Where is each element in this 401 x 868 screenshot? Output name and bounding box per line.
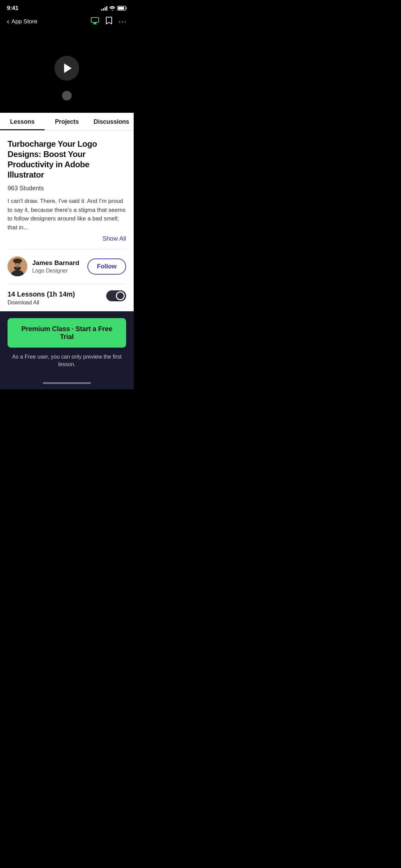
- nav-back[interactable]: ‹ App Store: [7, 18, 37, 25]
- status-icons: [101, 6, 127, 11]
- bottom-cta: Premium Class · Start a Free Trial As a …: [0, 311, 134, 379]
- follow-button[interactable]: Follow: [87, 258, 126, 275]
- tab-discussions[interactable]: Discussions: [89, 113, 134, 130]
- svg-rect-1: [126, 8, 127, 9]
- progress-indicator: [62, 91, 72, 100]
- lessons-header: 14 Lessons (1h 14m) Download All: [8, 290, 126, 306]
- tab-lessons[interactable]: Lessons: [0, 113, 45, 130]
- nav-actions: ···: [90, 16, 127, 26]
- play-button[interactable]: [54, 56, 79, 81]
- nav-bar: ‹ App Store ···: [0, 14, 134, 31]
- tab-projects[interactable]: Projects: [45, 113, 89, 130]
- download-toggle[interactable]: [106, 290, 126, 301]
- battery-icon: [117, 6, 127, 11]
- lessons-section: 14 Lessons (1h 14m) Download All: [0, 284, 134, 311]
- lessons-title: 14 Lessons (1h 14m): [8, 290, 75, 298]
- show-all-button[interactable]: Show All: [102, 235, 126, 242]
- cta-button[interactable]: Premium Class · Start a Free Trial: [8, 318, 126, 348]
- svg-point-10: [15, 263, 16, 265]
- tab-bar: Lessons Projects Discussions: [0, 113, 134, 131]
- home-indicator: [0, 379, 134, 389]
- show-all-container: Show All: [8, 235, 126, 242]
- play-triangle-icon: [64, 63, 72, 73]
- instructor-name: James Barnard: [32, 259, 87, 267]
- svg-rect-2: [118, 7, 124, 10]
- svg-point-9: [14, 266, 21, 270]
- download-label: Download All: [8, 300, 75, 306]
- lessons-info: 14 Lessons (1h 14m) Download All: [8, 290, 75, 306]
- students-count: 963 Students: [8, 185, 126, 192]
- course-info: Turbocharge Your Logo Designs: Boost You…: [0, 131, 134, 242]
- signal-icon: [101, 6, 107, 11]
- svg-rect-3: [91, 17, 99, 22]
- course-title: Turbocharge Your Logo Designs: Boost You…: [8, 139, 126, 180]
- back-arrow-icon[interactable]: ‹: [7, 18, 9, 25]
- status-time: 9:41: [7, 5, 19, 12]
- video-player[interactable]: [0, 31, 134, 113]
- wifi-icon: [109, 6, 115, 11]
- instructor-role: Logo Designer: [32, 268, 87, 274]
- status-bar: 9:41: [0, 0, 134, 14]
- airplay-icon[interactable]: [90, 17, 99, 26]
- more-options-icon[interactable]: ···: [119, 17, 127, 26]
- course-description: I can't draw. There, I've said it. And I…: [8, 197, 126, 232]
- svg-point-11: [19, 263, 20, 265]
- avatar: [8, 256, 27, 276]
- content-area: Lessons Projects Discussions Turbocharge…: [0, 113, 134, 311]
- cta-subtext: As a Free user, you can only preview the…: [8, 353, 126, 369]
- svg-point-8: [13, 258, 22, 263]
- app-store-label: App Store: [11, 18, 37, 25]
- bookmark-icon[interactable]: [106, 16, 112, 26]
- toggle-knob: [116, 291, 125, 300]
- instructor-details: James Barnard Logo Designer: [32, 259, 87, 274]
- home-bar: [43, 382, 91, 384]
- instructor-row: James Barnard Logo Designer Follow: [0, 250, 134, 283]
